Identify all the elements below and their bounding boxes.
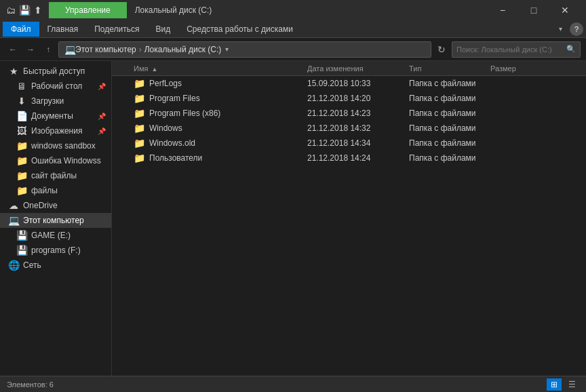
undo-icon: ⬆ [33, 5, 43, 16]
menu-item-view[interactable]: Вид [147, 22, 178, 37]
sidebar-item-programs-f[interactable]: 💾 programs (F:) [0, 243, 111, 258]
up-button[interactable]: ↑ [41, 42, 56, 57]
table-row[interactable]: 📁 Program Files 21.12.2018 14:20 Папка с… [112, 91, 586, 106]
images-icon: 🖼 [16, 125, 27, 136]
file-date: 15.09.2018 10:33 [307, 79, 409, 88]
menu-bar: Файл Главная Поделиться Вид Средства раб… [0, 20, 586, 38]
sidebar-item-desktop[interactable]: 🖥 Рабочий стол 📌 [0, 79, 111, 94]
sidebar-item-onedrive[interactable]: ☁ OneDrive [0, 198, 111, 213]
sidebar-item-documents[interactable]: 📄 Документы 📌 [0, 109, 111, 123]
sidebar-item-network[interactable]: 🌐 Сеть [0, 258, 111, 273]
this-computer-icon: 💻 [8, 215, 19, 226]
files-icon: 📁 [16, 185, 27, 196]
col-header-name[interactable]: Имя ▲ [117, 64, 307, 73]
sidebar-label-game-e: GAME (E:) [31, 231, 71, 240]
table-row[interactable]: 📁 Windows 21.12.2018 14:32 Папка с файла… [112, 121, 586, 136]
refresh-button[interactable]: ↻ [434, 42, 449, 57]
file-date: 21.12.2018 14:34 [307, 138, 409, 148]
file-type: Папка с файлами [409, 123, 490, 133]
folder-icon: 📁 [134, 108, 145, 119]
address-bar: ← → ↑ 💻 Этот компьютер › Локальный диск … [0, 38, 586, 61]
sidebar-label-site-files: сайт файлы [31, 171, 77, 180]
maximize-button[interactable]: □ [518, 0, 549, 20]
file-area: Имя ▲ Дата изменения Тип Размер 📁 PerfLo… [112, 61, 586, 376]
sidebar-item-windows-error[interactable]: 📁 Ошибка Windowss [0, 153, 111, 168]
file-date: 21.12.2018 14:23 [307, 109, 409, 118]
file-type: Папка с файлами [409, 79, 490, 88]
sidebar: ★ Быстрый доступ 🖥 Рабочий стол 📌 ⬇ Загр… [0, 61, 112, 376]
sidebar-item-files[interactable]: 📁 файлы [0, 183, 111, 198]
sidebar-label-quick-access: Быстрый доступ [23, 66, 85, 76]
help-button[interactable]: ? [570, 22, 583, 36]
file-type: Папка с файлами [409, 94, 490, 103]
sidebar-label-windows-sandbox: windows sandbox [31, 141, 96, 151]
sidebar-item-downloads[interactable]: ⬇ Загрузки [0, 94, 111, 109]
onedrive-icon: ☁ [8, 200, 19, 211]
file-type: Папка с файлами [409, 109, 490, 118]
ribbon-label[interactable]: Управление [49, 2, 127, 18]
path-segments: Этот компьютер › Локальный диск (C:) [75, 45, 221, 54]
downloads-icon: ⬇ [16, 96, 27, 106]
sidebar-item-site-files[interactable]: 📁 сайт файлы [0, 168, 111, 183]
sidebar-item-quick-access[interactable]: ★ Быстрый доступ [0, 64, 111, 79]
sidebar-label-images: Изображения [31, 126, 82, 136]
sidebar-item-this-computer[interactable]: 💻 Этот компьютер [0, 213, 111, 228]
col-header-size[interactable]: Размер [490, 64, 558, 73]
file-date: 21.12.2018 14:20 [307, 94, 409, 103]
forward-button[interactable]: → [23, 42, 38, 57]
menu-bar-right: ▾ ? [553, 22, 583, 36]
programs-f-icon: 💾 [16, 245, 27, 256]
game-e-icon: 💾 [16, 230, 27, 241]
address-path[interactable]: 💻 Этот компьютер › Локальный диск (C:) ▾ [58, 41, 431, 58]
menu-item-disk-tools[interactable]: Средства работы с дисками [178, 22, 301, 37]
path-segment-computer[interactable]: Этот компьютер [75, 45, 136, 54]
table-row[interactable]: 📁 PerfLogs 15.09.2018 10:33 Папка с файл… [112, 76, 586, 91]
path-segment-cdrive[interactable]: Локальный диск (C:) [144, 45, 222, 54]
menu-item-home[interactable]: Главная [39, 22, 87, 37]
table-row[interactable]: 📁 Пользователи 21.12.2018 14:24 Папка с … [112, 151, 586, 165]
sidebar-label-onedrive: OneDrive [23, 201, 58, 210]
list-view-button[interactable]: ☰ [564, 378, 579, 391]
path-computer-icon: 💻 [64, 44, 75, 55]
file-name: Program Files [149, 94, 200, 103]
sidebar-item-game-e[interactable]: 💾 GAME (E:) [0, 228, 111, 243]
file-table-header: Имя ▲ Дата изменения Тип Размер [112, 61, 586, 76]
sidebar-label-this-computer: Этот компьютер [23, 216, 84, 225]
menu-collapse-icon[interactable]: ▾ [553, 22, 567, 36]
sidebar-item-windows-sandbox[interactable]: 📁 windows sandbox [0, 138, 111, 153]
sidebar-item-images[interactable]: 🖼 Изображения 📌 [0, 123, 111, 138]
file-type: Папка с файлами [409, 138, 490, 148]
search-box[interactable]: 🔍 [452, 41, 581, 58]
title-bar-icons: 🗂 💾 ⬆ [5, 5, 43, 16]
status-bar: Элементов: 6 ⊞ ☰ [0, 376, 586, 392]
folder-icon: 📁 [134, 153, 145, 163]
back-button[interactable]: ← [5, 42, 20, 57]
window-controls: − □ ✕ [487, 0, 581, 20]
col-header-type[interactable]: Тип [409, 64, 490, 73]
folder-icon: 📁 [134, 138, 145, 149]
sidebar-label-network: Сеть [23, 260, 41, 270]
file-name: Windows.old [149, 138, 195, 148]
search-input[interactable] [456, 45, 564, 54]
col-header-date[interactable]: Дата изменения [307, 64, 409, 73]
sidebar-label-downloads: Загрузки [31, 96, 64, 106]
table-row[interactable]: 📁 Windows.old 21.12.2018 14:34 Папка с ф… [112, 136, 586, 151]
file-name: PerfLogs [149, 79, 182, 88]
address-dropdown-icon[interactable]: ▾ [221, 45, 232, 53]
menu-item-file[interactable]: Файл [3, 22, 39, 37]
app-icon: 🗂 [5, 5, 16, 16]
pin-icon-3: 📌 [98, 128, 106, 135]
folder-icon: 📁 [134, 123, 145, 134]
title-bar: 🗂 💾 ⬆ Управление Локальный диск (C:) − □… [0, 0, 586, 20]
windows-error-icon: 📁 [16, 155, 27, 166]
folder-icon: 📁 [134, 93, 145, 104]
documents-icon: 📄 [16, 111, 27, 121]
minimize-button[interactable]: − [487, 0, 518, 20]
menu-item-share[interactable]: Поделиться [86, 22, 147, 37]
table-row[interactable]: 📁 Program Files (x86) 21.12.2018 14:23 П… [112, 106, 586, 121]
sidebar-label-programs-f: programs (F:) [31, 246, 81, 255]
file-date: 21.12.2018 14:32 [307, 123, 409, 133]
grid-view-button[interactable]: ⊞ [547, 378, 562, 391]
file-name: Program Files (x86) [149, 109, 220, 118]
close-button[interactable]: ✕ [549, 0, 581, 20]
